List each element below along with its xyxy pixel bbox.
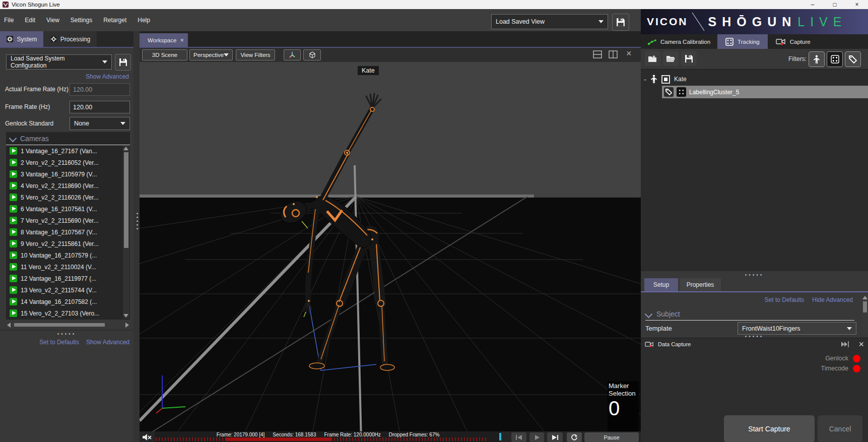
tab-system[interactable]: System: [0, 31, 43, 47]
camera-list-scrollbar[interactable]: [123, 146, 129, 319]
camera-list-item[interactable]: 5 Vero_v2_2_2116026 (Ver...: [6, 192, 122, 203]
tab-processing[interactable]: Processing: [43, 31, 97, 47]
maximize-button[interactable]: □: [824, 0, 846, 9]
minimize-button[interactable]: –: [802, 0, 824, 9]
hide-advanced-link[interactable]: Hide Advanced: [812, 296, 853, 303]
open-subject-button[interactable]: [663, 51, 679, 66]
scrollbar-thumb[interactable]: [863, 301, 867, 312]
frame-rate-field[interactable]: [70, 101, 130, 113]
tab-workspace[interactable]: Workspace ×: [140, 33, 188, 47]
set-to-defaults-link[interactable]: Set to Defaults: [765, 296, 805, 303]
scrollbar-thumb[interactable]: [14, 323, 105, 327]
filter-subjects-button[interactable]: [809, 51, 825, 67]
split-vertical-icon[interactable]: [608, 50, 618, 59]
setup-scrollbar[interactable]: [862, 295, 868, 335]
save-view-button[interactable]: [612, 14, 629, 31]
system-config-dropdown[interactable]: Load Saved System Configuration: [6, 54, 112, 70]
set-to-defaults-link[interactable]: Set to Defaults: [39, 339, 79, 346]
subject-section-header[interactable]: Subject: [646, 310, 680, 318]
menu-file[interactable]: File: [4, 17, 14, 24]
scroll-down-icon[interactable]: [123, 314, 128, 318]
save-subject-button[interactable]: [681, 51, 697, 66]
chevron-down-icon: [847, 327, 852, 330]
system-panel: System Processing Load Saved System Conf…: [0, 31, 133, 442]
camera-list-item[interactable]: 9 Vero_v2_2_2115861 (Ver...: [6, 238, 122, 249]
camera-play-icon: [10, 309, 17, 317]
filter-props-button[interactable]: [845, 51, 861, 67]
close-panel-icon[interactable]: ×: [858, 339, 864, 350]
genlock-standard-dropdown[interactable]: None: [70, 117, 130, 130]
start-capture-button[interactable]: Start Capture: [724, 415, 815, 442]
split-horizontal-icon[interactable]: [592, 50, 603, 59]
tab-camera-calibration[interactable]: Camera Calibration: [641, 34, 717, 49]
scroll-left-icon[interactable]: [7, 323, 11, 328]
camera-list-item[interactable]: 12 Vantage_16_2119977 (...: [6, 273, 122, 284]
scrollbar-thumb[interactable]: [124, 152, 128, 248]
tab-tracking[interactable]: Tracking: [717, 34, 768, 49]
camera-list-item[interactable]: 2 Vero_v2_2_2116052 (Ver...: [6, 157, 122, 168]
tree-row-cluster[interactable]: LabellingCluster_5: [662, 86, 868, 98]
tab-close-icon[interactable]: ×: [180, 36, 184, 44]
subject-checkbox[interactable]: [661, 75, 670, 84]
camera-list-item[interactable]: 13 Vero_v2_2_2115744 (V...: [6, 284, 122, 296]
timeline[interactable]: Frame: 20179.000 [4] Seconds: 168.1583 F…: [155, 431, 501, 442]
skip-to-end-button[interactable]: [547, 432, 563, 442]
scroll-up-icon[interactable]: [862, 296, 867, 299]
shogun-logo: SHŌGUN: [708, 15, 797, 29]
scroll-up-icon[interactable]: [123, 147, 128, 150]
tab-properties[interactable]: Properties: [680, 278, 721, 291]
menu-view[interactable]: View: [46, 17, 59, 24]
camera-list-item[interactable]: 7 Vero_v2_2_2115690 (Ver...: [6, 215, 122, 226]
bounding-box-button[interactable]: [303, 49, 321, 60]
camera-list-item[interactable]: 14 Vantage_16_2107582 (...: [6, 296, 122, 307]
show-advanced-link[interactable]: Show Advanced: [86, 339, 129, 346]
camera-list-hscrollbar[interactable]: [6, 322, 130, 328]
chevron-down-icon: [645, 310, 653, 318]
load-saved-view-dropdown[interactable]: Load Saved View: [491, 14, 608, 29]
tab-capture[interactable]: Capture: [768, 34, 819, 49]
panel-splitter[interactable]: •••••: [0, 330, 133, 337]
tree-collapse-icon[interactable]: -: [644, 75, 646, 84]
menu-settings[interactable]: Settings: [71, 17, 92, 24]
import-subject-button[interactable]: [645, 51, 660, 66]
menu-help[interactable]: Help: [138, 17, 150, 24]
chevron-down-icon: [102, 60, 107, 64]
close-button[interactable]: ×: [846, 0, 868, 9]
vertical-splitter[interactable]: •••••: [133, 31, 140, 442]
axis-gizmo-button[interactable]: [284, 49, 301, 60]
vicon-logo: VICON: [647, 16, 688, 28]
tree-row-subject[interactable]: - Kate: [641, 73, 868, 86]
camera-list-item[interactable]: 8 Vantage_16_2107567 (V...: [6, 226, 122, 238]
play-button[interactable]: [529, 432, 544, 442]
cameras-header[interactable]: Cameras: [6, 132, 130, 145]
scroll-right-icon[interactable]: [125, 323, 129, 328]
close-view-icon[interactable]: ×: [626, 48, 632, 59]
filter-clusters-button[interactable]: [827, 51, 843, 67]
view-filters-button[interactable]: View Filters: [236, 49, 275, 60]
menu-edit[interactable]: Edit: [25, 17, 35, 24]
pause-button[interactable]: Pause: [584, 432, 639, 442]
tab-setup[interactable]: Setup: [644, 278, 678, 291]
cancel-button[interactable]: Cancel: [818, 415, 862, 442]
pin-panel-icon[interactable]: [840, 341, 851, 348]
projection-dropdown[interactable]: Perspective: [189, 49, 233, 60]
grid-icon: [144, 37, 144, 43]
scene-type-button[interactable]: 3D Scene: [142, 49, 187, 60]
camera-list-item[interactable]: 6 Vantage_16_2107561 (V...: [6, 203, 122, 215]
skip-to-start-button[interactable]: [511, 432, 526, 442]
camera-list-item[interactable]: 1 Vantage_16_27167 (Van...: [6, 145, 122, 157]
template-dropdown[interactable]: FrontWaist10Fingers: [738, 322, 856, 335]
save-config-button[interactable]: [115, 54, 131, 71]
playhead[interactable]: [499, 433, 501, 440]
camera-list-item[interactable]: 11 Vero_v2_2_2110024 (V...: [6, 261, 122, 273]
menu-retarget[interactable]: Retarget: [103, 17, 126, 24]
camera-list-item[interactable]: 4 Vero_v2_2_2118690 (Ver...: [6, 180, 122, 192]
loop-button[interactable]: [567, 432, 582, 442]
panel-splitter[interactable]: •••••: [641, 273, 868, 278]
mute-icon[interactable]: [142, 433, 153, 441]
show-advanced-link[interactable]: Show Advanced: [86, 73, 129, 80]
camera-list-item[interactable]: 10 Vantage_16_2107579 (...: [6, 249, 122, 261]
camera-list-item[interactable]: 3 Vantage_16_2105979 (V...: [6, 168, 122, 180]
camera-list-item[interactable]: 15 Vero_v2_2_27103 (Vero...: [6, 307, 122, 319]
scene-3d[interactable]: Kate Marker Selection 0 Frame: 20179.0: [140, 62, 641, 442]
